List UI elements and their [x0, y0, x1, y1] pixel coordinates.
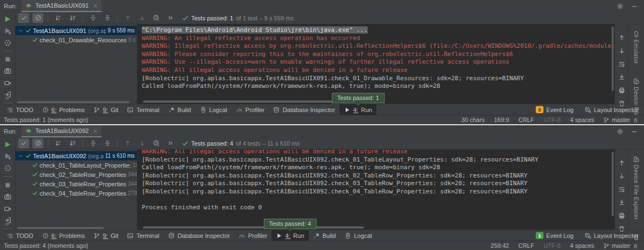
screenshot-button[interactable] [4, 192, 12, 201]
toggle-auto-test-button[interactable] [4, 38, 12, 47]
settings-gear-icon[interactable] [617, 128, 624, 135]
status-widget-4-spaces[interactable]: 4 spaces [570, 242, 594, 249]
todo-tool-button[interactable]: TODO [2, 104, 38, 115]
screen-record-button[interactable] [4, 79, 12, 87]
chevron-down-icon[interactable] [18, 153, 24, 159]
status-widget-30-chars[interactable]: 30 chars [462, 116, 485, 123]
hide-window-icon[interactable] [631, 3, 638, 10]
test-history-button[interactable] [151, 13, 162, 23]
status-widget-crlf[interactable]: CRLF [518, 242, 534, 249]
rerun-failed-tests-button[interactable] [4, 26, 12, 35]
tree-hscrollbar[interactable] [17, 227, 104, 229]
close-tab-icon[interactable] [93, 129, 98, 134]
test-tree-row[interactable]: TestA1BasicUIX091(org.aplas.basicap9 s 5… [15, 26, 137, 35]
screen-record-button[interactable] [4, 204, 12, 213]
logcat-tool-button[interactable]: Logcat [196, 104, 232, 115]
profiler-tool-button[interactable]: Profiler [232, 104, 269, 115]
test-tree-row[interactable]: check_04_TableRow_Properties278 ms [15, 188, 137, 198]
terminal-tool-button[interactable]: Terminal [123, 230, 164, 241]
status-widget-master[interactable]: master [603, 116, 639, 123]
database-inspector-tool-button[interactable]: Database Inspector [269, 104, 339, 115]
test-history-button[interactable] [151, 138, 162, 148]
more-toolbar-actions[interactable] [165, 138, 176, 148]
test-tree-row[interactable]: check_01_Drawable_Resources9 s 559 ms [15, 35, 137, 45]
rerun-tests-button[interactable] [4, 15, 12, 23]
more-toolbar-actions[interactable] [165, 13, 176, 23]
sort-alphabetically-button[interactable]: az [53, 138, 64, 148]
print-console-button[interactable] [618, 87, 625, 94]
status-widget-utf-8[interactable]: UTF-8 [543, 242, 560, 249]
toggle-auto-test-button[interactable] [4, 164, 12, 173]
test-tree-row[interactable]: check_01_TableLayout_Propertie:10 s 644 … [15, 160, 137, 170]
build-tool-button[interactable]: Build [164, 104, 195, 115]
next-failed-test-button[interactable] [136, 13, 147, 23]
problems-tool-button[interactable]: 6:Problems [38, 230, 90, 241]
problems-tool-button[interactable]: 6:Problems [38, 104, 90, 115]
status-widget-master[interactable]: master [603, 242, 639, 249]
collapse-all-button[interactable] [102, 13, 113, 23]
stop-button[interactable] [4, 181, 12, 190]
hide-window-icon[interactable] [631, 128, 638, 135]
rerun-failed-tests-button[interactable] [4, 152, 12, 161]
more-left-actions[interactable] [4, 219, 10, 229]
todo-tool-button[interactable]: TODO [2, 230, 38, 241]
tree-hscrollbar[interactable] [17, 101, 130, 103]
show-ignored-toggle[interactable] [32, 13, 43, 23]
layout-inspector-button[interactable]: Layout Inspector [585, 107, 639, 113]
settings-gear-icon[interactable] [617, 3, 624, 10]
run-tab[interactable]: TestA1BasicUIX092 [21, 125, 102, 137]
print-console-button[interactable] [618, 212, 625, 219]
expand-all-button[interactable] [87, 13, 98, 23]
scroll-to-end-button[interactable] [618, 199, 625, 206]
rerun-tests-button[interactable] [4, 140, 12, 149]
scroll-up-button[interactable] [618, 34, 625, 41]
test-tree-row[interactable]: TestA1BasicUIX092(org.aplas.basica11 s 6… [15, 151, 137, 160]
console-vscrollbar[interactable] [612, 152, 614, 216]
console-vscrollbar[interactable] [612, 26, 614, 91]
sort-alphabetically-button[interactable]: az [53, 13, 64, 23]
status-widget-259-42[interactable]: 259:42 [491, 242, 509, 249]
run-tab[interactable]: TestA1BasicUIX091 [21, 0, 102, 12]
git-tool-button[interactable]: 9:Git [89, 104, 123, 115]
expand-all-button[interactable] [87, 138, 98, 148]
status-widget-4-spaces[interactable]: 4 spaces [570, 116, 594, 123]
status-widget-crlf[interactable]: CRLF [518, 116, 534, 123]
scroll-up-button[interactable] [618, 159, 625, 166]
profiler-tool-button[interactable]: Profiler [234, 230, 271, 241]
previous-failed-test-button[interactable] [122, 138, 133, 148]
scroll-down-button[interactable] [618, 173, 625, 180]
git-tool-button[interactable]: 9:Git [89, 230, 123, 241]
soft-wrap-toggle[interactable] [618, 186, 625, 193]
show-ignored-toggle[interactable] [32, 138, 43, 148]
database-inspector-tool-button[interactable]: Database Inspector [164, 230, 234, 241]
next-failed-test-button[interactable] [136, 138, 147, 148]
show-passed-toggle[interactable] [18, 13, 29, 23]
console-hscrollbar[interactable] [143, 226, 364, 229]
tool-strip-emulator[interactable]: Emulator [633, 31, 640, 64]
scroll-down-button[interactable] [618, 47, 625, 54]
test-tree-row[interactable]: check_02_TableRow_Properties344 ms [15, 170, 137, 179]
scroll-to-end-button[interactable] [618, 74, 625, 81]
event-log-button[interactable]: 8 Event Log [536, 106, 574, 113]
sort-by-duration-button[interactable] [67, 13, 78, 23]
terminal-tool-button[interactable]: Terminal [123, 104, 164, 115]
stop-button[interactable] [4, 55, 12, 63]
build-tool-button[interactable]: Build [309, 230, 340, 241]
status-widget-169-9[interactable]: 169:9 [494, 116, 509, 123]
soft-wrap-toggle[interactable] [618, 60, 625, 68]
tool-strip-device-file-explorer[interactable]: Device File Explorer [633, 156, 640, 220]
close-tab-icon[interactable] [93, 3, 98, 8]
sort-by-duration-button[interactable] [67, 138, 78, 148]
status-widget-utf-8[interactable]: UTF-8 [543, 116, 560, 123]
show-passed-toggle[interactable] [18, 138, 29, 148]
more-left-actions[interactable] [4, 93, 10, 103]
console-hscrollbar[interactable] [143, 101, 364, 103]
previous-failed-test-button[interactable] [122, 13, 133, 23]
layout-inspector-button[interactable]: Layout Inspector [585, 232, 639, 239]
collapse-all-button[interactable] [102, 138, 113, 148]
test-tree-row[interactable]: check_03_TableRow_Properties344 ms [15, 179, 137, 188]
screenshot-button[interactable] [4, 67, 12, 75]
event-log-button[interactable]: 1 Event Log [536, 232, 574, 239]
chevron-down-icon[interactable] [18, 28, 24, 34]
logcat-tool-button[interactable]: Logcat [340, 230, 376, 241]
